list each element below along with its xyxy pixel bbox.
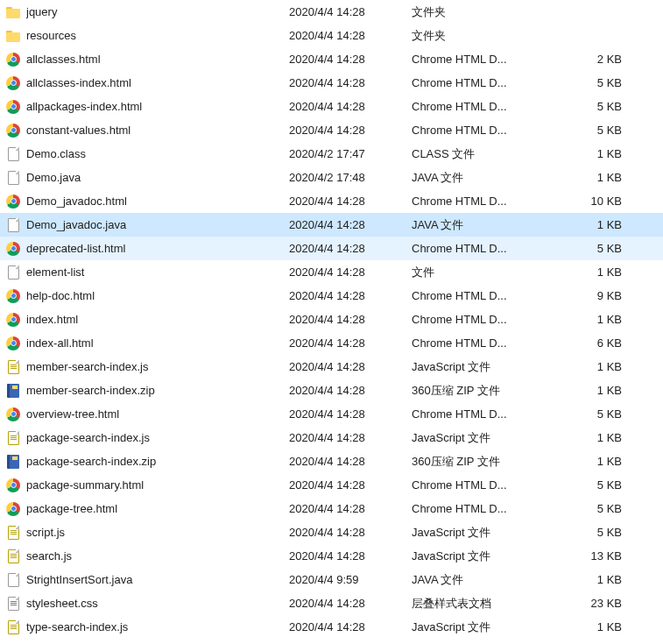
file-name: script.js (26, 526, 289, 539)
file-name: package-summary.html (26, 478, 289, 492)
css-file-icon (5, 596, 21, 612)
file-row[interactable]: element-list2020/4/4 14:28文件1 KB (0, 260, 663, 284)
file-row[interactable]: index.html2020/4/4 14:28Chrome HTML D...… (0, 308, 663, 331)
file-size: 1 KB (561, 171, 639, 184)
file-name: resources (26, 29, 289, 42)
file-size: 1 KB (561, 431, 639, 444)
file-row[interactable]: script.js2020/4/4 14:28JavaScript 文件5 KB (0, 520, 663, 544)
file-row[interactable]: stylesheet.css2020/4/4 14:28层叠样式表文档23 KB (0, 591, 663, 615)
file-date: 2020/4/4 14:28 (289, 549, 412, 563)
folder-icon (5, 4, 21, 20)
file-name: allclasses.html (26, 53, 289, 66)
file-date: 2020/4/4 14:28 (289, 100, 412, 113)
file-row[interactable]: member-search-index.zip2020/4/4 14:28360… (0, 379, 663, 402)
file-name: Demo.class (26, 147, 289, 160)
file-name: index.html (26, 313, 289, 326)
file-size: 1 KB (561, 147, 639, 160)
javascript-file-icon (5, 359, 21, 375)
file-date: 2020/4/4 14:28 (289, 5, 412, 18)
file-date: 2020/4/4 14:28 (289, 195, 412, 208)
file-size: 5 KB (561, 407, 639, 421)
file-row[interactable]: constant-values.html2020/4/4 14:28Chrome… (0, 118, 663, 142)
file-row[interactable]: jquery2020/4/4 14:28文件夹 (0, 0, 663, 24)
file-size: 1 KB (561, 265, 639, 279)
file-name: jquery (26, 5, 289, 18)
file-row[interactable]: resources2020/4/4 14:28文件夹 (0, 24, 663, 47)
file-name: member-search-index.zip (26, 384, 289, 397)
file-name: StrightInsertSort.java (26, 573, 289, 586)
file-size: 1 KB (561, 384, 639, 397)
file-type: Chrome HTML D... (412, 100, 561, 113)
file-name: Demo_javadoc.html (26, 195, 289, 208)
file-row[interactable]: deprecated-list.html2020/4/4 14:28Chrome… (0, 237, 663, 260)
file-row[interactable]: Demo.class2020/4/2 17:47CLASS 文件1 KB (0, 142, 663, 166)
file-row[interactable]: Demo_javadoc.html2020/4/4 14:28Chrome HT… (0, 189, 663, 213)
file-date: 2020/4/4 14:28 (289, 242, 412, 255)
file-type: JavaScript 文件 (412, 430, 561, 446)
file-size: 5 KB (561, 242, 639, 255)
file-type: Chrome HTML D... (412, 195, 561, 208)
file-row[interactable]: Demo_javadoc.java2020/4/4 14:28JAVA 文件1 … (0, 213, 663, 237)
file-date: 2020/4/4 14:28 (289, 526, 412, 539)
file-size: 1 KB (561, 313, 639, 326)
zip-file-icon (5, 383, 21, 399)
file-date: 2020/4/4 14:28 (289, 407, 412, 421)
file-row[interactable]: package-tree.html2020/4/4 14:28Chrome HT… (0, 497, 663, 520)
file-row[interactable]: index-all.html2020/4/4 14:28Chrome HTML … (0, 331, 663, 355)
chrome-icon (5, 478, 21, 493)
file-date: 2020/4/4 14:28 (289, 289, 412, 302)
file-name: search.js (26, 549, 289, 563)
file-row[interactable]: search.js2020/4/4 14:28JavaScript 文件13 K… (0, 544, 663, 568)
file-row[interactable]: allclasses.html2020/4/4 14:28Chrome HTML… (0, 47, 663, 71)
file-list[interactable]: jquery2020/4/4 14:28文件夹resources2020/4/4… (0, 0, 663, 639)
file-name: member-search-index.js (26, 360, 289, 373)
file-size: 5 KB (561, 502, 639, 515)
file-date: 2020/4/4 14:28 (289, 431, 412, 444)
file-date: 2020/4/4 14:28 (289, 313, 412, 326)
file-type: JavaScript 文件 (412, 619, 561, 635)
file-size: 1 KB (561, 573, 639, 586)
chrome-icon (5, 312, 21, 328)
file-size: 1 KB (561, 620, 639, 633)
generic-file-icon (5, 572, 21, 588)
file-type: Chrome HTML D... (412, 336, 561, 350)
file-date: 2020/4/4 14:28 (289, 76, 412, 89)
file-row[interactable]: allclasses-index.html2020/4/4 14:28Chrom… (0, 71, 663, 95)
javascript-file-icon (5, 430, 21, 446)
file-row[interactable]: allpackages-index.html2020/4/4 14:28Chro… (0, 95, 663, 118)
file-type: Chrome HTML D... (412, 76, 561, 89)
file-name: index-all.html (26, 336, 289, 350)
file-row[interactable]: package-summary.html2020/4/4 14:28Chrome… (0, 473, 663, 497)
file-name: help-doc.html (26, 289, 289, 302)
file-type: 360压缩 ZIP 文件 (412, 454, 561, 470)
file-type: Chrome HTML D... (412, 313, 561, 326)
file-type: JavaScript 文件 (412, 359, 561, 375)
generic-file-icon (5, 146, 21, 162)
file-name: stylesheet.css (26, 597, 289, 610)
file-row[interactable]: member-search-index.js2020/4/4 14:28Java… (0, 355, 663, 379)
file-row[interactable]: help-doc.html2020/4/4 14:28Chrome HTML D… (0, 284, 663, 308)
file-row[interactable]: Demo.java2020/4/2 17:48JAVA 文件1 KB (0, 166, 663, 189)
file-row[interactable]: type-search-index.js2020/4/4 14:28JavaSc… (0, 615, 663, 639)
javascript-file-icon (5, 525, 21, 541)
file-type: JAVA 文件 (412, 217, 561, 233)
file-type: 文件夹 (412, 28, 561, 44)
generic-file-icon (5, 170, 21, 186)
file-row[interactable]: overview-tree.html2020/4/4 14:28Chrome H… (0, 402, 663, 426)
chrome-icon (5, 194, 21, 209)
file-row[interactable]: package-search-index.zip2020/4/4 14:2836… (0, 449, 663, 473)
file-type: Chrome HTML D... (412, 242, 561, 255)
file-size: 5 KB (561, 478, 639, 492)
file-name: package-tree.html (26, 502, 289, 515)
file-type: JAVA 文件 (412, 572, 561, 588)
file-row[interactable]: StrightInsertSort.java2020/4/4 9:59JAVA … (0, 568, 663, 591)
file-date: 2020/4/4 14:28 (289, 218, 412, 231)
file-size: 1 KB (561, 455, 639, 468)
file-date: 2020/4/4 14:28 (289, 360, 412, 373)
file-row[interactable]: package-search-index.js2020/4/4 14:28Jav… (0, 426, 663, 449)
file-name: element-list (26, 265, 289, 279)
file-size: 5 KB (561, 526, 639, 539)
folder-icon (5, 28, 21, 44)
file-size: 5 KB (561, 124, 639, 137)
file-type: Chrome HTML D... (412, 289, 561, 302)
